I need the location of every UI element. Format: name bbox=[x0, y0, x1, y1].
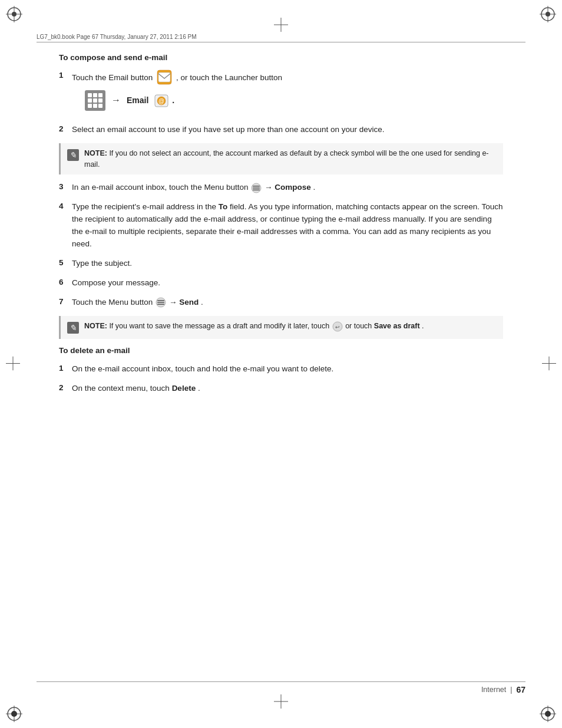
note-1: ✎ NOTE: If you do not select an account,… bbox=[59, 143, 503, 175]
mid-mark-bottom bbox=[274, 694, 288, 710]
launcher-grid-icon bbox=[85, 90, 105, 111]
corner-mark-tl bbox=[6, 6, 22, 22]
note-1-label: NOTE: bbox=[84, 149, 107, 157]
note-2-period: . bbox=[422, 322, 424, 330]
step-7: 7 Touch the Menu button → Send . bbox=[59, 297, 503, 309]
email-small-icon: @ bbox=[154, 94, 168, 108]
step-1-num: 1 bbox=[59, 70, 72, 80]
step-3-num: 3 bbox=[59, 182, 72, 191]
email-button-icon bbox=[157, 70, 172, 85]
svg-rect-25 bbox=[158, 73, 170, 82]
footer-bar: Internet | 67 bbox=[37, 681, 525, 694]
menu-button-icon bbox=[251, 183, 262, 193]
section2-step-2-num: 2 bbox=[59, 383, 72, 392]
step-3-arrow: → bbox=[265, 183, 275, 192]
section2-step-1-content: On the e-mail account inbox, touch and h… bbox=[72, 363, 503, 375]
section2-step-1: 1 On the e-mail account inbox, touch and… bbox=[59, 363, 503, 375]
svg-rect-34 bbox=[253, 189, 260, 190]
section2-step-2-content: On the context menu, touch Delete . bbox=[72, 383, 503, 395]
footer-separator: | bbox=[510, 686, 512, 694]
step-6-content: Compose your message. bbox=[72, 277, 503, 289]
step-3: 3 In an e-mail account inbox, touch the … bbox=[59, 182, 503, 194]
note-2-or: or touch bbox=[345, 322, 374, 330]
email-label: Email bbox=[127, 94, 148, 107]
step-2-content: Select an email account to use if you ha… bbox=[72, 124, 503, 136]
step-2: 2 Select an email account to use if you … bbox=[59, 124, 503, 136]
header-bar: LG7_bk0.book Page 67 Thursday, January 2… bbox=[37, 34, 525, 42]
step-5: 5 Type the subject. bbox=[59, 258, 503, 270]
section2-step-2: 2 On the context menu, touch Delete . bbox=[59, 383, 503, 395]
note-2: ✎ NOTE: If you want to save the message … bbox=[59, 316, 503, 339]
svg-point-11 bbox=[11, 711, 17, 717]
svg-rect-38 bbox=[157, 304, 164, 305]
step-1-text-after: , or touch the Launcher button bbox=[176, 73, 282, 82]
side-mark-right bbox=[542, 356, 556, 372]
note-2-save-draft: Save as draft bbox=[374, 322, 420, 330]
svg-text:✎: ✎ bbox=[70, 324, 77, 332]
svg-point-15 bbox=[545, 711, 551, 717]
note-2-text: NOTE: If you want to save the message as… bbox=[84, 321, 424, 332]
period-after-email: . bbox=[172, 94, 174, 107]
section1-heading: To compose and send e-mail bbox=[59, 53, 503, 62]
svg-rect-36 bbox=[157, 300, 164, 301]
svg-text:↩: ↩ bbox=[335, 324, 340, 330]
step-1-content: Touch the Email button , or touch the La… bbox=[72, 70, 503, 117]
step-6-num: 6 bbox=[59, 277, 72, 286]
step-3-period: . bbox=[313, 183, 316, 192]
svg-rect-32 bbox=[253, 186, 260, 187]
step-4-content: Type the recipient's e-mail address in t… bbox=[72, 201, 503, 251]
svg-text:@: @ bbox=[158, 98, 164, 104]
arrow-icon: → bbox=[111, 93, 121, 108]
step-7-period: . bbox=[201, 298, 203, 307]
note-2-icon: ✎ bbox=[67, 321, 80, 334]
side-mark-left bbox=[6, 356, 20, 372]
step-5-num: 5 bbox=[59, 258, 72, 267]
section2-heading: To delete an e-mail bbox=[59, 346, 503, 355]
step-7-text-before: Touch the Menu button bbox=[72, 298, 155, 307]
mid-mark-top bbox=[274, 18, 288, 34]
main-content: To compose and send e-mail 1 Touch the E… bbox=[59, 53, 503, 675]
step-3-content: In an e-mail account inbox, touch the Me… bbox=[72, 182, 503, 194]
step-1: 1 Touch the Email button , or touch the … bbox=[59, 70, 503, 117]
section2-step-1-num: 1 bbox=[59, 363, 72, 373]
svg-point-7 bbox=[546, 12, 550, 17]
step-1-text-before: Touch the Email button bbox=[72, 73, 153, 82]
step-7-arrow: → bbox=[169, 298, 179, 307]
footer-page-number: 67 bbox=[516, 685, 525, 694]
svg-rect-33 bbox=[253, 187, 260, 189]
section2-step-2-before: On the context menu, touch bbox=[72, 384, 170, 393]
section2-step-2-bold: Delete bbox=[172, 384, 196, 393]
step-4: 4 Type the recipient's e-mail address in… bbox=[59, 201, 503, 251]
header-text: LG7_bk0.book Page 67 Thursday, January 2… bbox=[37, 34, 196, 40]
svg-rect-37 bbox=[157, 302, 164, 304]
corner-mark-bl bbox=[6, 706, 22, 722]
step-5-content: Type the subject. bbox=[72, 258, 503, 270]
step-7-send: Send bbox=[179, 298, 199, 307]
note-1-text: NOTE: If you do not select an account, t… bbox=[84, 148, 497, 170]
step-3-text-before: In an e-mail account inbox, touch the Me… bbox=[72, 183, 250, 192]
menu-button-icon-2 bbox=[156, 297, 166, 308]
step-7-content: Touch the Menu button → Send . bbox=[72, 297, 503, 309]
corner-mark-br bbox=[540, 706, 556, 722]
note-1-body: If you do not select an account, the acc… bbox=[84, 149, 489, 169]
step-6: 6 Compose your message. bbox=[59, 277, 503, 289]
step-3-compose: Compose bbox=[275, 183, 311, 192]
svg-point-3 bbox=[12, 12, 16, 17]
step-7-num: 7 bbox=[59, 297, 72, 306]
note-1-icon: ✎ bbox=[67, 149, 80, 162]
svg-text:✎: ✎ bbox=[70, 151, 77, 160]
corner-mark-tr bbox=[540, 6, 556, 22]
step-4-num: 4 bbox=[59, 201, 72, 210]
footer-section: Internet bbox=[481, 686, 506, 694]
launcher-block: → Email @ . bbox=[85, 90, 503, 111]
note-2-label: NOTE: bbox=[84, 322, 107, 330]
note-2-body: If you want to save the message as a dra… bbox=[109, 322, 331, 330]
section2-step-2-after: . bbox=[198, 384, 200, 393]
save-draft-icon: ↩ bbox=[332, 321, 343, 332]
step-2-num: 2 bbox=[59, 124, 72, 133]
